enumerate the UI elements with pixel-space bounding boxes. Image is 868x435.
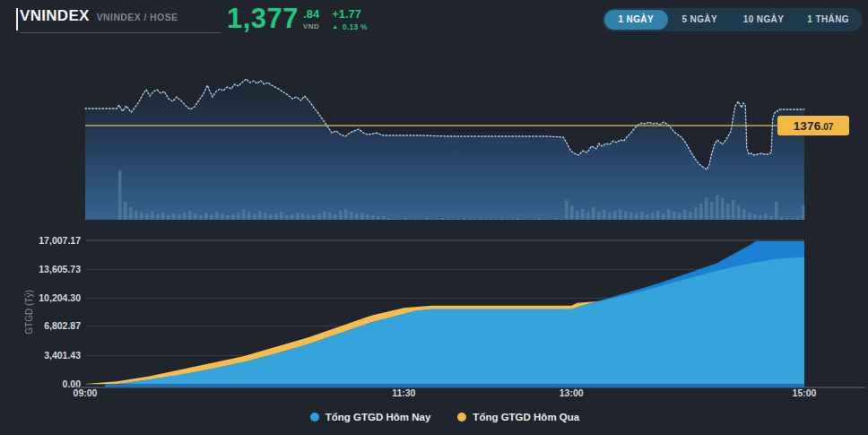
up-arrow-icon: ▲ — [332, 23, 338, 30]
today-baseline-strip — [105, 385, 804, 387]
price-change: +1.77 — [332, 9, 368, 20]
y-axis-tick-label: 10,204.30 — [39, 292, 81, 303]
symbol-title-block[interactable]: VNINDEXVNINDEX / HOSE — [20, 7, 221, 33]
y-axis-tick-label: 17,007.17 — [39, 235, 81, 246]
yesterday-series-dot-icon — [457, 413, 466, 422]
price-chart[interactable] — [0, 45, 868, 224]
time-range-switcher: 1 NGÀY 5 NGÀY 10 NGÀY 1 THÁNG — [603, 8, 863, 31]
legend-item-today[interactable]: Tổng GTGD Hôm Nay — [310, 412, 431, 422]
today-series-dot-icon — [310, 413, 319, 422]
symbol-exchange-label: VNINDEX / HOSE — [97, 12, 178, 22]
x-axis-tick-label: 11:30 — [392, 387, 415, 398]
legend-item-yesterday[interactable]: Tổng GTGD Hôm Qua — [457, 412, 579, 422]
range-button-10-day[interactable]: 10 NGÀY — [732, 10, 796, 30]
currency-label: VND — [303, 22, 319, 30]
legend-label-yesterday: Tổng GTGD Hôm Qua — [473, 412, 579, 422]
y-axis-tick-label: 13,605.73 — [39, 264, 81, 274]
x-axis-tick-label: 15:00 — [793, 387, 817, 398]
price-frac-col: .84 VND — [303, 4, 319, 30]
range-button-1-month[interactable]: 1 THÁNG — [795, 10, 861, 30]
gtgd-chart[interactable]: 0.003,401.436,802.8710,204.3013,605.7317… — [0, 224, 868, 435]
range-button-5-day[interactable]: 5 NGÀY — [668, 10, 732, 30]
reference-price-frac: .07 — [820, 122, 833, 132]
y-axis-title: GTGD (Tỷ) — [24, 290, 34, 334]
reference-price-main: 1376 — [794, 119, 821, 133]
trading-app: VNINDEXVNINDEX / HOSE 1,377 .84 VND +1.7… — [0, 0, 868, 435]
legend-label-today: Tổng GTGD Hôm Nay — [326, 412, 431, 422]
chart-legend: Tổng GTGD Hôm Nay Tổng GTGD Hôm Qua — [85, 412, 804, 422]
y-axis-tick-label: 6,802.87 — [44, 321, 81, 332]
x-axis-tick-label: 13:00 — [560, 387, 584, 398]
y-axis-tick-label: 3,401.43 — [44, 350, 81, 361]
x-axis-tick-label: 09:00 — [74, 387, 98, 398]
reference-price-tag: 1376.07 — [777, 116, 849, 135]
gtgd-chart-plot-area[interactable] — [85, 240, 804, 384]
price-change-col: +1.77 ▲ 0.13 % — [332, 4, 368, 31]
price-change-percent: 0.13 % — [343, 22, 368, 31]
last-price-decimals: .84 — [303, 9, 319, 20]
price-change-pct-row: ▲ 0.13 % — [332, 22, 368, 31]
price-group: 1,377 .84 VND +1.77 ▲ 0.13 % — [227, 4, 368, 33]
text-cursor — [16, 8, 18, 30]
page-title: VNINDEX — [20, 7, 90, 24]
header: VNINDEXVNINDEX / HOSE 1,377 .84 VND +1.7… — [0, 0, 868, 43]
price-chart-plot-area[interactable] — [85, 56, 804, 220]
last-price: 1,377 — [227, 4, 299, 33]
range-button-1-day[interactable]: 1 NGÀY — [604, 10, 668, 30]
